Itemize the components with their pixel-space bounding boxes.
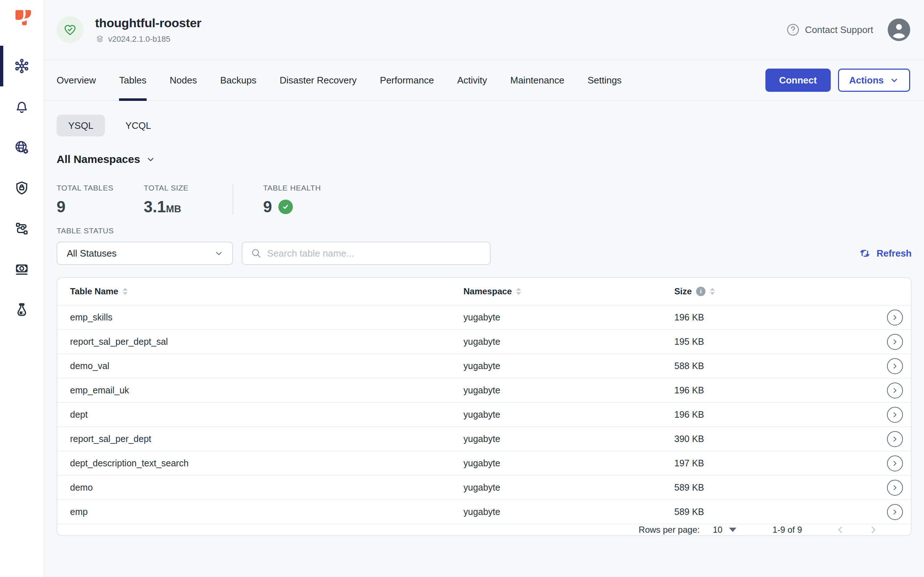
filter-controls: All Statuses Refresh — [56, 242, 912, 265]
row-open-button[interactable] — [887, 431, 903, 447]
health-check-icon — [278, 200, 293, 214]
chevron-down-icon — [214, 248, 224, 258]
table-row[interactable]: report_sal_per_dept_sal yugabyte 195 KB — [57, 330, 911, 354]
row-open-button[interactable] — [887, 358, 903, 374]
version-row: v2024.2.1.0-b185 — [95, 34, 202, 44]
cluster-health-badge — [56, 16, 84, 43]
tab-list: Overview Tables Nodes Backups Disaster R… — [56, 60, 622, 100]
stat-value: 9 — [263, 199, 321, 215]
actions-button[interactable]: Actions — [838, 69, 910, 92]
table-row[interactable]: emp_email_uk yugabyte 196 KB — [57, 379, 911, 403]
sidebar-item-security[interactable] — [0, 168, 44, 208]
connect-button[interactable]: Connect — [765, 69, 831, 92]
table-row[interactable]: dept_description_text_search yugabyte 19… — [57, 451, 911, 476]
cell-size: 197 KB — [674, 458, 869, 469]
toggle-ycql[interactable]: YCQL — [114, 114, 163, 137]
cell-namespace: yugabyte — [463, 409, 674, 420]
contact-support-link[interactable]: Contact Support — [786, 23, 873, 37]
table-row[interactable]: emp_skills yugabyte 196 KB — [57, 306, 911, 330]
caret-down-icon — [729, 528, 736, 532]
tab-activity[interactable]: Activity — [457, 60, 487, 100]
cluster-title-block: thoughtful-rooster v2024.2.1.0-b185 — [95, 16, 202, 44]
tab-backups[interactable]: Backups — [220, 60, 256, 100]
tab-tables[interactable]: Tables — [119, 60, 146, 100]
billing-cash-icon — [13, 261, 30, 277]
chevron-down-icon — [890, 76, 899, 85]
cell-table-name: report_sal_per_dept — [70, 434, 463, 444]
sidebar-nav — [0, 46, 44, 330]
tab-maintenance[interactable]: Maintenance — [510, 60, 564, 100]
size-unit: MB — [166, 203, 181, 214]
chevron-right-icon — [891, 459, 899, 467]
labs-flask-icon — [13, 301, 30, 318]
status-select[interactable]: All Statuses — [56, 242, 233, 265]
row-open-button[interactable] — [887, 455, 903, 471]
namespace-selector[interactable]: All Namespaces — [56, 153, 912, 166]
table-row[interactable]: dept yugabyte 196 KB — [57, 403, 911, 427]
refresh-button[interactable]: Refresh — [858, 247, 912, 260]
sidebar-item-integrations[interactable] — [0, 208, 44, 249]
cell-namespace: yugabyte — [463, 361, 674, 371]
cluster-header: thoughtful-rooster v2024.2.1.0-b185 Cont… — [44, 0, 924, 60]
table-status-label: TABLE STATUS — [56, 226, 912, 235]
tab-overview[interactable]: Overview — [56, 60, 96, 100]
row-open-button[interactable] — [887, 334, 903, 350]
column-header-table-name[interactable]: Table Name — [70, 286, 463, 297]
chevron-right-icon — [891, 411, 899, 419]
security-shield-lock-icon — [13, 180, 30, 196]
page-title: thoughtful-rooster — [95, 16, 202, 30]
tab-settings[interactable]: Settings — [588, 60, 622, 100]
cell-namespace: yugabyte — [463, 385, 674, 396]
tab-nodes[interactable]: Nodes — [170, 60, 197, 100]
row-open-button[interactable] — [887, 309, 903, 326]
cell-namespace: yugabyte — [463, 312, 674, 322]
table-search — [242, 242, 491, 265]
row-open-button[interactable] — [887, 480, 903, 496]
actions-label: Actions — [849, 75, 884, 86]
sidebar-item-clusters[interactable] — [0, 46, 44, 86]
cell-table-name: demo_val — [70, 361, 463, 371]
chevron-left-icon — [835, 524, 846, 535]
chevron-down-icon — [146, 155, 155, 164]
table-row[interactable]: demo yugabyte 589 KB — [57, 476, 911, 500]
table-row[interactable]: demo_val yugabyte 588 KB — [57, 354, 911, 379]
nav-actions: Connect Actions — [765, 69, 910, 92]
yugabyte-logo[interactable] — [11, 6, 33, 28]
table-row[interactable]: emp yugabyte 589 KB — [57, 500, 911, 524]
heart-check-icon — [63, 23, 77, 37]
toggle-ysql[interactable]: YSQL — [56, 114, 105, 137]
sort-icon — [516, 288, 521, 295]
cell-namespace: yugabyte — [463, 458, 674, 469]
alerts-bell-icon — [13, 98, 30, 115]
namespace-label: All Namespaces — [56, 153, 140, 166]
cell-table-name: emp_email_uk — [70, 385, 463, 396]
sidebar-item-billing[interactable] — [0, 249, 44, 290]
sidebar-item-alerts[interactable] — [0, 86, 44, 127]
previous-page-button[interactable] — [835, 524, 846, 535]
rows-per-page-select[interactable]: 10 — [713, 525, 736, 535]
info-icon[interactable]: i — [696, 287, 706, 296]
tab-performance[interactable]: Performance — [380, 60, 434, 100]
column-label: Table Name — [70, 286, 118, 297]
cell-table-name: emp — [70, 507, 463, 517]
cell-table-name: dept — [70, 409, 463, 420]
sort-icon — [710, 288, 715, 295]
row-open-button[interactable] — [887, 382, 903, 398]
cell-size: 195 KB — [674, 337, 869, 347]
column-header-namespace[interactable]: Namespace — [463, 286, 674, 297]
search-input[interactable] — [267, 248, 484, 259]
sidebar-item-labs[interactable] — [0, 290, 44, 330]
stat-label: TOTAL TABLES — [56, 184, 144, 192]
cell-table-name: report_sal_per_dept_sal — [70, 337, 463, 347]
size-number: 3.1 — [144, 198, 166, 216]
table-row[interactable]: report_sal_per_dept yugabyte 390 KB — [57, 427, 911, 451]
chevron-right-icon — [891, 314, 899, 322]
row-open-button[interactable] — [887, 407, 903, 423]
cell-table-name: dept_description_text_search — [70, 458, 463, 469]
column-header-size[interactable]: Size i — [674, 286, 869, 297]
tab-disaster-recovery[interactable]: Disaster Recovery — [279, 60, 356, 100]
sidebar-item-network[interactable] — [0, 127, 44, 168]
row-open-button[interactable] — [887, 504, 903, 520]
next-page-button[interactable] — [868, 524, 879, 535]
user-avatar[interactable] — [888, 18, 910, 41]
